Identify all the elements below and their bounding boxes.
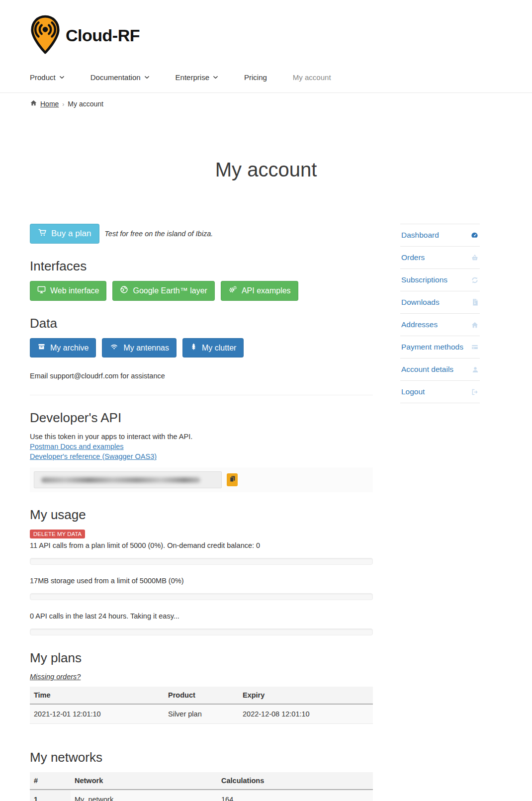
my-archive-button[interactable]: My archive	[30, 338, 96, 357]
cart-icon	[38, 228, 47, 239]
monitor-icon	[37, 285, 46, 296]
sidebar-item-logout[interactable]: Logout	[400, 381, 480, 403]
column-header-time: Time	[30, 687, 164, 704]
sidebar-item-addresses[interactable]: Addresses	[400, 314, 480, 336]
plan-time-cell: 2021-12-01 12:01:10	[30, 704, 164, 724]
column-header-number: #	[30, 772, 71, 790]
copy-token-button[interactable]	[227, 473, 238, 486]
nav-item-product[interactable]: Product	[30, 73, 65, 82]
network-name-cell: My_network	[71, 790, 217, 801]
nav-item-pricing[interactable]: Pricing	[244, 73, 267, 82]
my-usage-heading: My usage	[30, 507, 373, 523]
missing-orders-link[interactable]: Missing orders?	[30, 673, 81, 681]
web-interface-button[interactable]: Web interface	[30, 281, 106, 301]
zip-file-icon	[472, 298, 479, 306]
wifi-icon	[109, 343, 119, 353]
my-plans-heading: My plans	[30, 650, 373, 666]
interfaces-heading: Interfaces	[30, 259, 373, 274]
page-title: My account	[0, 159, 532, 181]
sidebar-item-dashboard[interactable]: Dashboard	[400, 224, 480, 247]
home-icon	[471, 321, 479, 329]
breadcrumb-home-link[interactable]: Home	[40, 100, 59, 108]
account-sidebar: Dashboard Orders Subscriptions Downloads	[400, 224, 480, 403]
data-heading: Data	[30, 316, 373, 331]
chevron-down-icon	[144, 73, 150, 82]
last24h-progressbar	[30, 628, 373, 635]
api-calls-usage-text: 11 API calls from a plan limit of 5000 (…	[30, 541, 373, 549]
logout-icon	[471, 388, 479, 396]
support-note: Email support@cloudrf.com for assistance	[30, 372, 373, 380]
last24h-usage-text: 0 API calls in the last 24 hours. Taking…	[30, 612, 373, 620]
plan-expiry-cell: 2022-12-08 12:01:10	[239, 704, 373, 724]
plans-table: Time Product Expiry 2021-12-01 12:01:10 …	[30, 687, 373, 724]
interfaces-buttons: Web interface Google Earth™ layer API ex…	[30, 281, 373, 301]
home-icon	[30, 99, 37, 108]
free-trial-note: Test for free on the island of Ibiza.	[104, 230, 213, 238]
nav-item-enterprise[interactable]: Enterprise	[176, 73, 218, 82]
swagger-reference-link[interactable]: Developer's reference (Swagger OAS3)	[30, 451, 373, 461]
chevron-down-icon	[59, 73, 65, 82]
column-header-network: Network	[71, 772, 217, 790]
storage-usage-text: 17MB storage used from a limit of 5000MB…	[30, 577, 373, 585]
sidebar-item-orders[interactable]: Orders	[400, 247, 480, 269]
radio-pin-logo-icon	[30, 15, 61, 56]
network-calculations-cell: 164	[217, 790, 373, 801]
my-networks-heading: My networks	[30, 750, 373, 765]
table-row: 1 My_network 164	[30, 790, 373, 801]
brand-logo-link[interactable]: Cloud-RF	[30, 15, 532, 56]
api-token-redacted	[41, 477, 200, 483]
my-antennas-button[interactable]: My antennas	[102, 338, 177, 357]
plan-product-cell: Silver plan	[164, 704, 239, 724]
nav-item-documentation[interactable]: Documentation	[90, 73, 150, 82]
delete-my-data-button[interactable]: DELETE MY DATA	[30, 530, 85, 538]
table-row: 2021-12-01 12:01:10 Silver plan 2022-12-…	[30, 704, 373, 724]
copy-icon	[229, 475, 236, 484]
buy-a-plan-button[interactable]: Buy a plan	[30, 224, 99, 244]
column-header-calculations: Calculations	[217, 772, 373, 790]
chevron-down-icon	[213, 73, 218, 82]
google-earth-layer-button[interactable]: Google Earth™ layer	[112, 281, 214, 301]
main-content: Buy a plan Test for free on the island o…	[30, 224, 373, 801]
sidebar-item-account-details[interactable]: Account details	[400, 358, 480, 381]
main-nav: Product Documentation Enterprise Pricing…	[30, 73, 532, 92]
sidebar-item-payment-methods[interactable]: Payment methods	[400, 336, 480, 358]
sync-icon	[471, 276, 479, 284]
column-header-expiry: Expiry	[239, 687, 373, 704]
table-header-row: # Network Calculations	[30, 772, 373, 790]
api-examples-button[interactable]: API examples	[221, 281, 298, 301]
gears-icon	[228, 285, 237, 296]
nav-item-my-account[interactable]: My account	[293, 73, 331, 82]
user-icon	[472, 366, 479, 373]
column-header-product: Product	[164, 687, 239, 704]
site-header: Cloud-RF Product Documentation Enterpris…	[0, 0, 532, 93]
sidebar-item-downloads[interactable]: Downloads	[400, 291, 480, 314]
basket-icon	[471, 254, 479, 262]
api-token-field[interactable]	[34, 471, 222, 488]
archive-icon	[37, 343, 46, 353]
network-index-cell: 1	[30, 790, 71, 801]
postman-docs-link[interactable]: Postman Docs and examples	[30, 442, 373, 451]
brand-name: Cloud-RF	[66, 26, 140, 45]
breadcrumb-separator: ›	[62, 101, 64, 108]
my-clutter-button[interactable]: My clutter	[182, 338, 244, 357]
credit-card-icon	[471, 344, 479, 351]
sidebar-item-subscriptions[interactable]: Subscriptions	[400, 269, 480, 291]
tree-icon	[190, 343, 197, 353]
table-header-row: Time Product Expiry	[30, 687, 373, 704]
api-calls-progressbar	[30, 558, 373, 565]
dashboard-icon	[470, 231, 479, 239]
globe-icon	[120, 285, 128, 296]
storage-progressbar	[30, 593, 373, 600]
divider	[30, 395, 373, 395]
developer-api-heading: Developer's API	[30, 410, 373, 426]
breadcrumb-current: My account	[68, 100, 103, 108]
data-buttons: My archive My antennas My clutter	[30, 338, 373, 357]
breadcrumb: Home › My account	[0, 93, 532, 115]
plan-banner: Buy a plan Test for free on the island o…	[30, 224, 373, 244]
api-token-panel	[30, 467, 373, 492]
api-description: Use this token in your apps to interact …	[30, 433, 373, 441]
networks-table: # Network Calculations 1 My_network 164 …	[30, 772, 373, 801]
